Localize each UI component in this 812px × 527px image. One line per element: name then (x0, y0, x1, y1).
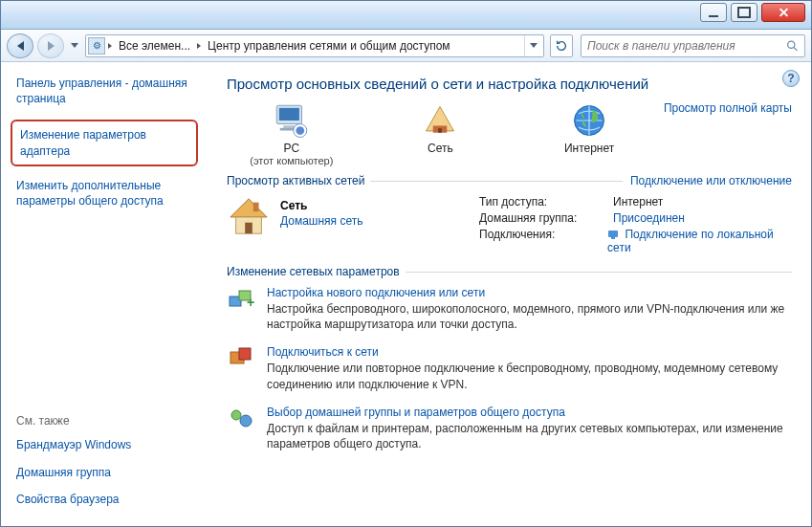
group-title: Просмотр активных сетей (227, 174, 364, 187)
group-title: Изменение сетевых параметров (227, 265, 400, 278)
task-connect-network: Подключиться к сети Подключение или повт… (227, 345, 792, 391)
network-identity: Сеть Домашняя сеть (227, 195, 466, 257)
navbar: ⚙ Все элемен... Центр управления сетями … (1, 30, 811, 62)
close-button[interactable] (761, 3, 805, 22)
connect-disconnect-link[interactable]: Подключение или отключение (630, 174, 792, 187)
sidebar-adapter-settings[interactable]: Изменение параметров адаптера (11, 120, 198, 165)
svg-rect-17 (611, 237, 615, 239)
svg-rect-14 (245, 223, 252, 233)
help-icon[interactable]: ? (782, 70, 800, 87)
svg-text:+: + (247, 295, 254, 310)
main-panel: ? Просмотр основных сведений о сети и на… (209, 62, 811, 527)
house-icon (227, 195, 271, 237)
address-bar[interactable]: ⚙ Все элемен... Центр управления сетями … (85, 34, 544, 57)
task-desc: Настройка беспроводного, широкополосного… (267, 301, 792, 332)
prop-label-homegroup: Домашняя группа: (479, 211, 613, 225)
network-name: Сеть (280, 199, 362, 212)
map-node-network[interactable]: Сеть (376, 101, 506, 155)
svg-rect-3 (279, 108, 299, 121)
svg-rect-22 (239, 348, 251, 360)
network-type-link[interactable]: Домашняя сеть (280, 214, 362, 228)
map-node-label: Сеть (428, 142, 453, 155)
task-new-connection: + Настройка нового подключения или сети … (227, 286, 792, 332)
prop-label-connections: Подключения: (479, 228, 607, 254)
homegroup-status-link[interactable]: Присоединен (613, 211, 685, 225)
svg-point-24 (240, 415, 252, 427)
minimize-button[interactable] (700, 3, 727, 22)
forward-button[interactable] (37, 33, 64, 58)
back-button[interactable] (7, 33, 33, 58)
chevron-down-icon (71, 43, 78, 48)
task-list: + Настройка нового подключения или сети … (227, 286, 792, 451)
svg-rect-4 (283, 125, 295, 128)
breadcrumb-item[interactable]: Все элемен... (115, 39, 194, 53)
svg-point-7 (296, 126, 304, 135)
sidebar-firewall-link[interactable]: Брандмауэр Windows (16, 437, 200, 452)
search-input[interactable] (587, 39, 782, 53)
active-network-row: Сеть Домашняя сеть Тип доступа: Интернет… (227, 195, 792, 257)
breadcrumb-sep-icon (197, 43, 201, 49)
task-homegroup-sharing: Выбор домашней группы и параметров общег… (227, 406, 792, 451)
task-desc: Доступ к файлам и принтерам, расположенн… (267, 421, 792, 451)
connect-network-icon (227, 345, 255, 372)
prop-value-access: Интернет (613, 195, 663, 209)
sidebar-homegroup-link[interactable]: Домашняя группа (16, 465, 200, 480)
breadcrumb-item[interactable]: Центр управления сетями и общим доступом (204, 39, 454, 53)
maximize-button[interactable] (731, 3, 757, 22)
svg-marker-12 (230, 199, 267, 217)
svg-rect-16 (608, 231, 618, 237)
search-icon (786, 39, 799, 53)
network-map: PC (этот компьютер) Сеть (227, 101, 792, 166)
pc-icon (272, 101, 312, 140)
refresh-button[interactable] (550, 34, 573, 57)
titlebar (1, 1, 811, 30)
see-also-header: См. также (16, 414, 200, 428)
map-node-pc[interactable]: PC (этот компьютер) (227, 101, 357, 166)
address-dropdown[interactable] (524, 35, 541, 56)
group-active-networks: Просмотр активных сетей Подключение или … (227, 174, 792, 187)
svg-line-1 (794, 47, 797, 50)
map-node-internet[interactable]: Интернет (524, 101, 654, 155)
control-panel-icon: ⚙ (88, 37, 105, 55)
sidebar: Панель управления - домашняя страница Из… (1, 62, 209, 527)
window: ⚙ Все элемен... Центр управления сетями … (0, 0, 812, 527)
chevron-down-icon (530, 43, 538, 48)
network-properties: Тип доступа: Интернет Домашняя группа: П… (479, 195, 792, 257)
sidebar-sharing-settings[interactable]: Изменить дополнительные параметры общего… (16, 178, 200, 209)
view-full-map-link[interactable]: Просмотр полной карты (664, 101, 792, 115)
sidebar-browser-link[interactable]: Свойства браузера (16, 492, 200, 507)
page-heading: Просмотр основных сведений о сети и наст… (227, 76, 792, 92)
content-body: Панель управления - домашняя страница Из… (1, 62, 811, 527)
map-node-sub: (этот компьютер) (250, 155, 333, 166)
svg-rect-10 (439, 128, 443, 133)
search-box[interactable] (581, 34, 805, 57)
arrow-right-icon (48, 41, 55, 51)
arrow-left-icon (17, 41, 24, 51)
ethernet-icon (607, 229, 619, 240)
globe-icon (570, 101, 608, 140)
new-connection-icon: + (227, 286, 255, 313)
breadcrumb-sep-icon (108, 43, 112, 49)
task-link[interactable]: Настройка нового подключения или сети (267, 286, 792, 299)
svg-point-23 (231, 410, 241, 420)
refresh-icon (555, 39, 568, 53)
svg-rect-15 (253, 203, 259, 212)
group-change-settings: Изменение сетевых параметров (227, 265, 792, 278)
map-node-label: Интернет (564, 142, 614, 155)
network-icon (421, 101, 459, 140)
sidebar-home-link[interactable]: Панель управления - домашняя страница (16, 76, 200, 106)
svg-point-0 (788, 41, 795, 48)
prop-label-access: Тип доступа: (479, 195, 613, 209)
nav-history-dropdown[interactable] (68, 33, 81, 58)
task-link[interactable]: Подключиться к сети (267, 345, 792, 359)
map-node-label: PC (283, 142, 299, 155)
task-link[interactable]: Выбор домашней группы и параметров общег… (267, 406, 792, 419)
task-desc: Подключение или повторное подключение к … (267, 361, 792, 391)
homegroup-icon (227, 406, 255, 432)
connection-link[interactable]: Подключение по локальной сети (607, 228, 774, 254)
